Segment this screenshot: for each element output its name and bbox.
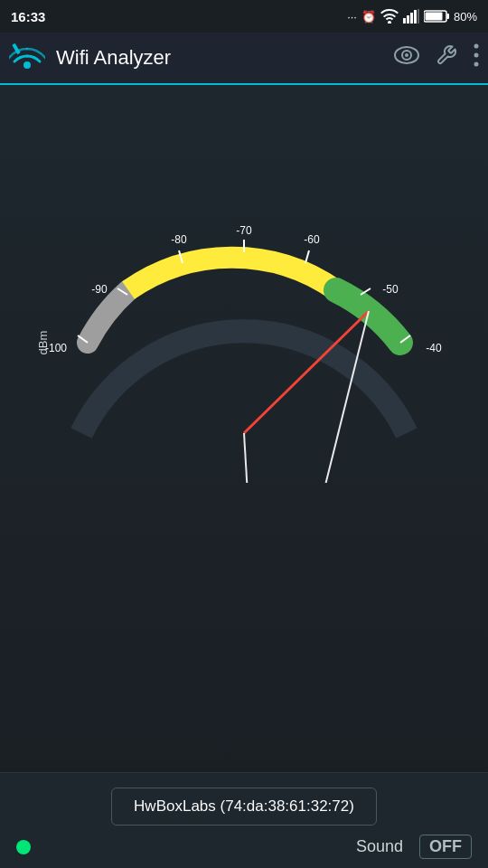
svg-rect-2 xyxy=(410,13,413,24)
svg-rect-4 xyxy=(418,9,419,24)
svg-point-12 xyxy=(405,53,408,57)
app-title: Wifi Analyzer xyxy=(56,46,394,70)
bottom-bar: HwBoxLabs (74:da:38:61:32:72) Sound OFF xyxy=(0,772,488,868)
notification-dots: ··· xyxy=(347,10,357,24)
svg-point-13 xyxy=(474,44,479,49)
top-actions xyxy=(394,43,479,72)
svg-text:-70: -70 xyxy=(236,224,252,237)
gauge-container: dBm xyxy=(18,139,470,483)
svg-text:-40: -40 xyxy=(426,342,442,354)
bottom-controls: Sound OFF xyxy=(0,826,488,859)
status-icons: ··· ⏰ 80% xyxy=(347,9,477,24)
svg-rect-3 xyxy=(414,10,417,24)
wifi-signal-icon xyxy=(380,9,399,24)
sound-label: Sound xyxy=(356,837,403,856)
sound-controls: Sound OFF xyxy=(356,835,472,859)
svg-rect-0 xyxy=(403,18,406,24)
svg-rect-6 xyxy=(446,14,449,19)
svg-rect-1 xyxy=(407,15,409,24)
gauge-svg: dBm xyxy=(18,139,470,483)
svg-text:-50: -50 xyxy=(382,283,399,296)
top-bar: Wifi Analyzer xyxy=(0,33,488,85)
status-bar: 16:33 ··· ⏰ 80% xyxy=(0,0,488,33)
svg-rect-7 xyxy=(425,13,442,21)
svg-text:-80: -80 xyxy=(171,233,187,246)
svg-text:-60: -60 xyxy=(304,233,320,246)
svg-point-15 xyxy=(474,62,479,67)
alarm-icon: ⏰ xyxy=(361,10,376,24)
ssid-display: HwBoxLabs (74:da:38:61:32:72) xyxy=(111,788,377,826)
app-wifi-icon xyxy=(9,40,45,76)
wrench-icon[interactable] xyxy=(436,44,457,71)
battery-percent: 80% xyxy=(454,10,477,24)
eye-icon[interactable] xyxy=(394,46,419,70)
svg-text:-100: -100 xyxy=(45,342,67,354)
svg-point-8 xyxy=(23,61,31,69)
battery-icon xyxy=(424,9,449,24)
svg-line-25 xyxy=(305,250,309,263)
svg-text:-90: -90 xyxy=(91,283,108,296)
svg-line-32 xyxy=(244,433,262,483)
svg-point-14 xyxy=(474,53,479,58)
more-icon[interactable] xyxy=(474,43,479,72)
main-content: dBm xyxy=(0,85,488,772)
signal-dot xyxy=(16,840,31,854)
cell-signal-icon xyxy=(403,9,419,24)
status-time: 16:33 xyxy=(11,9,45,24)
sound-toggle-button[interactable]: OFF xyxy=(419,835,472,859)
